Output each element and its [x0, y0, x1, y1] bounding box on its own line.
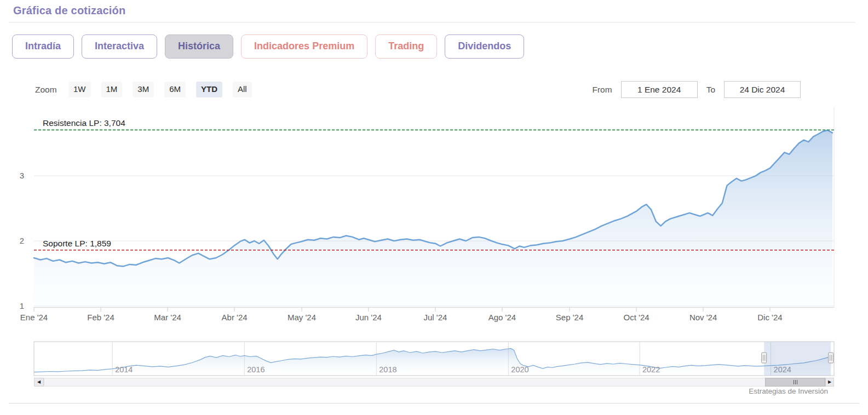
zoom-button-1m[interactable]: 1M: [101, 82, 123, 97]
y-axis-label: 3: [20, 171, 24, 180]
zoom-button-ytd[interactable]: YTD: [196, 82, 222, 97]
tab-interactiva[interactable]: Interactiva: [82, 34, 157, 59]
navigator-selected-region[interactable]: [764, 342, 831, 376]
x-axis-label: Nov '24: [689, 313, 717, 322]
tab-historica[interactable]: Histórica: [165, 34, 233, 59]
x-axis-label: Jul '24: [423, 313, 447, 322]
tab-intradia[interactable]: Intradía: [12, 34, 74, 59]
from-label: From: [592, 85, 612, 95]
attribution: Estrategias de Inversión: [749, 387, 828, 395]
scrollbar-track[interactable]: [44, 378, 825, 387]
x-axis-label: Oct '24: [624, 313, 649, 322]
zoom-button-3m[interactable]: 3M: [133, 82, 154, 97]
zoom-button-all[interactable]: All: [233, 82, 252, 97]
navigator-year-label: 2020: [511, 365, 528, 374]
tab-bar: IntradíaInteractivaHistóricaIndicadores …: [12, 34, 524, 59]
from-date-input[interactable]: [621, 81, 698, 98]
zoom-range-buttons: 1W1M3M6MYTDAll: [68, 82, 252, 97]
x-axis-label: May '24: [288, 313, 316, 322]
navigator-handle-left[interactable]: [762, 353, 767, 363]
header-divider: [9, 22, 855, 22]
navigator-handle-right[interactable]: [829, 353, 833, 363]
quote-chart-panel: Gráfica de cotización IntradíaInteractiv…: [0, 0, 868, 415]
navigator-year-label: 2022: [642, 365, 660, 374]
navigator-year-label: 2016: [247, 365, 265, 374]
price-line: [34, 130, 832, 267]
soporte-label: Soporte LP: 1,859: [43, 239, 111, 248]
price-area: [34, 130, 832, 307]
navigator-year-label: 2018: [379, 365, 396, 374]
to-date-input[interactable]: [724, 81, 801, 98]
x-axis-label: Feb '24: [87, 313, 114, 322]
navigator-area: [34, 348, 834, 375]
x-axis-label: Sep '24: [556, 313, 583, 322]
x-axis-label: Ene '24: [20, 313, 48, 322]
scrollbar-right-arrow-button[interactable]: ▶: [825, 378, 834, 387]
x-axis-label: Ago '24: [488, 313, 516, 322]
resistencia-label: Resistencia LP: 3,704: [43, 118, 125, 128]
arrow-right-icon: ▶: [828, 380, 831, 384]
tab-indicadores-premium[interactable]: Indicadores Premium: [241, 34, 367, 59]
arrow-left-icon: ◀: [37, 380, 41, 384]
y-axis-label: 1: [20, 301, 24, 310]
to-label: To: [706, 85, 715, 95]
x-axis-label: Mar '24: [154, 313, 181, 322]
tab-dividendos[interactable]: Dividendos: [445, 34, 524, 59]
x-axis-label: Jun '24: [355, 313, 382, 322]
bottom-divider: [9, 403, 859, 404]
zoom-button-6m[interactable]: 6M: [164, 82, 186, 97]
zoom-button-1w[interactable]: 1W: [68, 82, 91, 97]
grip-icon: [794, 380, 794, 384]
navigator-line: [34, 348, 834, 372]
navigator-outline: [34, 342, 834, 376]
y-axis-label: 2: [20, 236, 24, 245]
x-axis-label: Dic '24: [757, 313, 782, 322]
price-chart: 123Ene '24Feb '24Mar '24Abr '24May '24Ju…: [0, 0, 868, 415]
page-title: Gráfica de cotización: [13, 4, 125, 17]
navigator-year-label: 2014: [115, 365, 133, 374]
tab-trading[interactable]: Trading: [375, 34, 437, 59]
scrollbar-thumb[interactable]: [765, 378, 825, 387]
date-range-controls: From To: [592, 81, 801, 98]
x-axis-label: Abr '24: [222, 313, 248, 322]
scrollbar-left-arrow-button[interactable]: ◀: [34, 378, 44, 387]
zoom-label: Zoom: [35, 85, 57, 95]
